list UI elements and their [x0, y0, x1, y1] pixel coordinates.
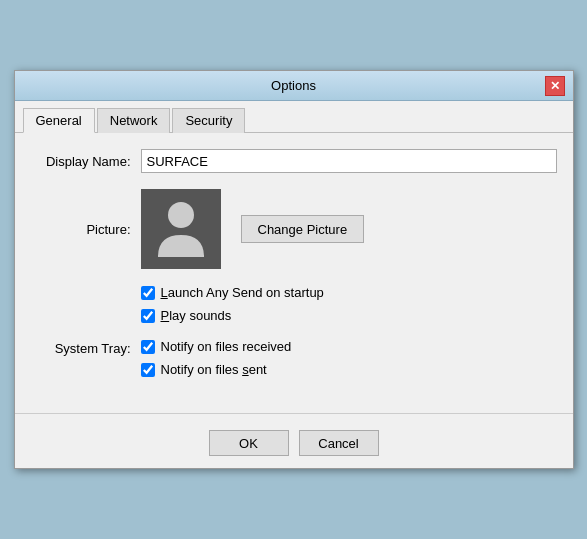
notify-sent-label: Notify on files sent: [161, 362, 267, 377]
ok-button[interactable]: OK: [209, 430, 289, 456]
system-tray-section: System Tray: Notify on files received No…: [31, 339, 557, 385]
picture-row: Picture: Change Picture: [31, 189, 557, 269]
sounds-checkbox-row: Play sounds: [141, 308, 557, 323]
tab-network-label: Network: [110, 113, 158, 128]
tab-general[interactable]: General: [23, 108, 95, 133]
checkboxes-section: Launch Any Send on startup Play sounds: [31, 285, 557, 323]
svg-point-0: [168, 202, 194, 228]
display-name-label: Display Name:: [31, 154, 141, 169]
dialog-content: Display Name: Picture: Change Picture La…: [15, 133, 573, 413]
options-dialog: Options ✕ General Network Security Displ…: [14, 70, 574, 469]
tab-security-label: Security: [185, 113, 232, 128]
change-picture-button[interactable]: Change Picture: [241, 215, 365, 243]
buttons-row: OK Cancel: [15, 422, 573, 468]
sounds-checkbox[interactable]: [141, 309, 155, 323]
notify-sent-checkbox[interactable]: [141, 363, 155, 377]
tab-network[interactable]: Network: [97, 108, 171, 133]
system-tray-label: System Tray:: [31, 339, 141, 385]
display-name-input[interactable]: [141, 149, 557, 173]
dialog-title: Options: [43, 78, 545, 93]
tab-security[interactable]: Security: [172, 108, 245, 133]
launch-checkbox[interactable]: [141, 286, 155, 300]
title-bar: Options ✕: [15, 71, 573, 101]
avatar-icon: [156, 199, 206, 259]
divider: [15, 413, 573, 414]
cancel-button[interactable]: Cancel: [299, 430, 379, 456]
notify-received-checkbox[interactable]: [141, 340, 155, 354]
tray-checkboxes: Notify on files received Notify on files…: [141, 339, 292, 385]
tab-general-label: General: [36, 113, 82, 128]
display-name-row: Display Name:: [31, 149, 557, 173]
sounds-label: Play sounds: [161, 308, 232, 323]
notify-sent-row: Notify on files sent: [141, 362, 292, 377]
close-button[interactable]: ✕: [545, 76, 565, 96]
notify-received-label: Notify on files received: [161, 339, 292, 354]
launch-checkbox-row: Launch Any Send on startup: [141, 285, 557, 300]
avatar: [141, 189, 221, 269]
tab-bar: General Network Security: [15, 101, 573, 133]
notify-received-row: Notify on files received: [141, 339, 292, 354]
picture-label: Picture:: [31, 222, 141, 237]
launch-label: Launch Any Send on startup: [161, 285, 324, 300]
